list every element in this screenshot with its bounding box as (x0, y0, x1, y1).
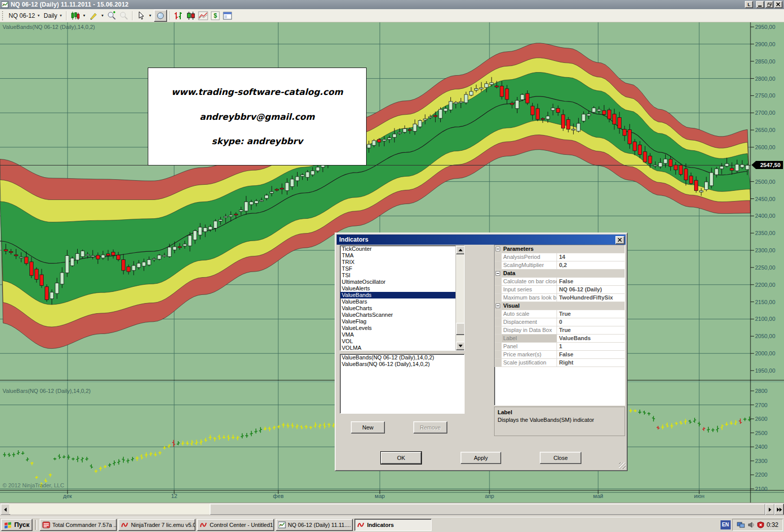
chart-style-icon[interactable] (70, 11, 81, 21)
zoom-in-icon[interactable] (106, 11, 117, 21)
property-label[interactable]: Calculate on bar close (502, 278, 557, 285)
instrument-dropdown[interactable]: NQ 06-12▾ (7, 11, 42, 21)
property-grid[interactable]: ParametersAnalysisPeriod14ScalingMultipl… (494, 245, 625, 406)
ok-button[interactable]: OK (381, 452, 421, 464)
property-value[interactable]: NQ 06-12 (Daily) (557, 286, 625, 293)
data-box-icon[interactable] (154, 10, 167, 22)
indicator-list-item[interactable]: ValueBands (340, 292, 456, 298)
indicator-list-item[interactable]: ValueAlerts (340, 285, 456, 292)
indicator-list-item[interactable]: ValueLevels (340, 325, 456, 331)
collapse-icon[interactable] (495, 302, 502, 310)
indicator-list-item[interactable]: ValueBars (340, 298, 456, 305)
remove-button[interactable]: Remove (413, 421, 447, 434)
property-value[interactable]: 0,2 (557, 261, 625, 269)
language-indicator[interactable]: EN (721, 520, 731, 529)
property-value[interactable]: 0 (557, 318, 625, 326)
property-section-header[interactable]: Parameters (502, 245, 625, 253)
security-icon[interactable] (757, 521, 764, 528)
indicator-list-item[interactable]: ValueFlag (340, 318, 456, 325)
collapse-icon[interactable] (495, 245, 502, 253)
tray-clock[interactable]: 0:32 (767, 521, 778, 528)
indicator-list-item[interactable]: ValueCharts (340, 305, 456, 312)
indicator-listbox[interactable]: TickCounterTMATRIXTSFTSIUltimateOscillat… (340, 245, 465, 351)
applied-indicator-item[interactable]: ValueBars(NQ 06-12 (Daily),14,0,2) (340, 361, 464, 368)
dialog-titlebar[interactable]: Indicators (337, 235, 626, 245)
minimize-button[interactable] (756, 1, 764, 8)
scroll-right-icon[interactable] (765, 504, 775, 515)
scroll-down-icon[interactable] (456, 342, 465, 350)
taskbar-task-button[interactable]: NQ 06-12 (Daily) 11.11.... (276, 519, 353, 531)
zoom-out-icon[interactable] (118, 11, 129, 21)
property-label[interactable]: Label (502, 335, 557, 342)
taskbar-task-button[interactable]: Control Center - Untitled1 (197, 519, 274, 531)
price-tick-label: 2750,00 (755, 92, 775, 98)
window-titlebar[interactable]: NQ 06-12 (Daily) 11.11.2011 - 15.06.2012… (0, 0, 784, 9)
property-section-header[interactable]: Data (502, 270, 625, 277)
restore-button[interactable] (765, 1, 773, 8)
property-label[interactable]: ScalingMultiplier (502, 261, 557, 269)
indicator-list-item[interactable]: TickCounter (340, 246, 456, 252)
bars-icon[interactable] (173, 11, 184, 21)
close-button[interactable] (774, 1, 782, 8)
property-value[interactable]: False (557, 278, 625, 285)
dollar-icon[interactable]: $ (210, 11, 221, 21)
pointer-arrow[interactable]: ▾ (147, 11, 153, 21)
indicator-list-item[interactable]: TSI (340, 272, 456, 279)
property-value[interactable]: True (557, 326, 625, 334)
volume-icon[interactable] (747, 521, 755, 528)
scrollbar-thumb[interactable] (210, 504, 766, 515)
list-scrollbar[interactable] (455, 246, 464, 350)
candles-icon[interactable] (185, 11, 197, 21)
period-dropdown[interactable]: Daily▾ (42, 11, 64, 21)
property-value[interactable]: Right (557, 359, 625, 367)
dialog-close-icon[interactable] (615, 236, 625, 244)
property-label[interactable]: Scale justification (502, 359, 557, 367)
property-value[interactable]: True (557, 310, 625, 318)
property-value[interactable]: False (557, 351, 625, 358)
property-section-header[interactable]: Visual (502, 302, 625, 310)
property-label[interactable]: Maximum bars look back (502, 294, 557, 302)
indicator-list-item[interactable]: TSF (340, 265, 456, 272)
property-label[interactable]: Auto scale (502, 310, 557, 318)
indicator-list-item[interactable]: UltimateOscillator (340, 279, 456, 285)
network-icon[interactable] (737, 521, 745, 528)
close-dialog-button[interactable]: Close (540, 452, 581, 464)
property-label[interactable]: Price marker(s) (502, 351, 557, 358)
indicator-list-item[interactable]: TRIX (340, 259, 456, 265)
indicator-list-item[interactable]: VOL (340, 338, 456, 345)
toolbar-grip[interactable] (2, 11, 5, 20)
apply-button[interactable]: Apply (461, 452, 501, 464)
scroll-thumb[interactable] (456, 323, 465, 335)
new-button[interactable]: New (351, 421, 385, 434)
panel-icon[interactable] (222, 11, 233, 21)
property-value[interactable]: 1 (557, 343, 625, 350)
property-value[interactable]: 14 (557, 253, 625, 261)
property-label[interactable]: AnalysisPeriod (502, 253, 557, 261)
property-label[interactable]: Input series (502, 286, 557, 293)
scroll-up-icon[interactable] (456, 246, 465, 254)
property-label[interactable]: Display in Data Box (502, 326, 557, 334)
indicator-list-item[interactable]: TMA (340, 252, 456, 259)
collapse-icon[interactable] (495, 270, 502, 277)
applied-indicators-listbox[interactable]: ValueBands(NQ 06-12 (Daily),14,0,2)Value… (340, 354, 465, 414)
property-label[interactable]: Displacement (502, 318, 557, 326)
l-button[interactable]: L (745, 1, 753, 8)
indicator-list-item[interactable]: VMA (340, 331, 456, 338)
property-value[interactable]: TwoHundredFiftySix (557, 294, 625, 302)
taskbar-task-active[interactable]: Indicators (354, 519, 432, 531)
scroll-end-icon[interactable] (774, 504, 784, 515)
indicator-list-item[interactable]: ValueChartsScanner (340, 312, 456, 318)
dialog-resize-grip[interactable] (619, 462, 626, 469)
draw-arrow[interactable]: ▾ (100, 11, 106, 21)
start-button[interactable]: Пуск (1, 519, 32, 531)
taskbar-task-button[interactable]: Total Commander 7.57a ... (40, 519, 117, 531)
draw-icon[interactable] (88, 11, 99, 21)
property-value[interactable]: ValueBands (557, 335, 625, 342)
region-icon[interactable] (198, 11, 209, 21)
property-label[interactable]: Panel (502, 343, 557, 350)
applied-indicator-item[interactable]: ValueBands(NQ 06-12 (Daily),14,0,2) (340, 354, 464, 361)
indicator-list-item[interactable]: VOLMA (340, 345, 456, 351)
pointer-icon[interactable] (136, 11, 147, 21)
taskbar-task-button[interactable]: NinjaTrader 7 lic.emu v5.06 (118, 519, 195, 531)
chart-style-arrow[interactable]: ▾ (81, 11, 87, 21)
